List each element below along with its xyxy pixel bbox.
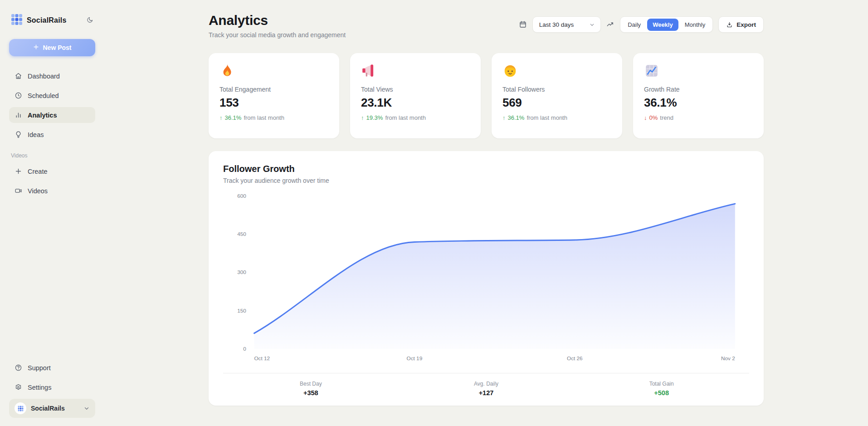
- stat-delta-suffix: from last month: [527, 114, 567, 121]
- stats-grid: Total Engagement 153 ↑ 36.1% from last m…: [209, 53, 764, 138]
- brand-logo-icon: [11, 14, 23, 27]
- stat-label: Total Engagement: [219, 86, 328, 93]
- stat-card-total-engagement: Total Engagement 153 ↑ 36.1% from last m…: [209, 53, 339, 138]
- y-axis-labels: 0150300450600: [237, 193, 246, 352]
- svg-text:450: 450: [237, 231, 246, 237]
- stat-delta-pct: 0%: [649, 114, 658, 121]
- brand: SocialRails: [9, 14, 95, 27]
- page-heading: Analytics Track your social media growth…: [209, 13, 346, 39]
- stat-delta-pct: 36.1%: [508, 114, 525, 121]
- stat-label: Total Views: [361, 86, 470, 93]
- sidebar-item-support[interactable]: Support: [9, 360, 95, 376]
- sidebar-item-scheduled[interactable]: Scheduled: [9, 88, 95, 103]
- person-icon: [502, 72, 518, 80]
- chart-subtitle: Track your audience growth over time: [223, 177, 749, 184]
- help-circle-icon: [15, 364, 22, 372]
- chart-footer-total-gain: Total Gain +508: [574, 381, 749, 397]
- sidebar-item-videos[interactable]: Videos: [9, 183, 95, 199]
- moon-icon: [87, 16, 93, 24]
- video-camera-icon: [15, 187, 22, 195]
- arrow-up-icon: ↑: [219, 114, 223, 121]
- page-title: Analytics: [209, 13, 346, 28]
- chart-footer-best-day: Best Day +358: [223, 381, 399, 397]
- svg-text:150: 150: [237, 308, 246, 313]
- chart-up-icon: [644, 72, 659, 80]
- svg-text:0: 0: [243, 346, 246, 352]
- calendar-icon: [519, 20, 527, 29]
- download-icon: [726, 21, 733, 28]
- clock-icon: [15, 92, 22, 99]
- stat-value: 153: [219, 96, 328, 110]
- sidebar-item-analytics[interactable]: Analytics: [9, 107, 95, 123]
- stat-delta-suffix: trend: [660, 114, 673, 121]
- plus-icon: [15, 167, 22, 175]
- page-subtitle: Track your social media growth and engag…: [209, 31, 346, 39]
- period-monthly-button[interactable]: Monthly: [679, 19, 711, 31]
- gear-icon: [15, 383, 22, 391]
- lightbulb-icon: [15, 131, 22, 138]
- stat-value: 23.1K: [361, 96, 470, 110]
- period-segmented-control: Daily Weekly Monthly: [620, 16, 713, 33]
- plus-icon: [33, 44, 39, 52]
- date-range-dropdown[interactable]: Last 30 days: [532, 16, 601, 33]
- stat-delta-suffix: from last month: [244, 114, 284, 121]
- workspace-logo-icon: [15, 402, 26, 414]
- main-nav: Dashboard Scheduled Analytics Ideas: [9, 68, 95, 142]
- sidebar: SocialRails New Post Dashboard Scheduled: [0, 0, 104, 426]
- fire-icon: [219, 72, 235, 80]
- svg-text:600: 600: [237, 193, 246, 199]
- stat-delta-suffix: from last month: [385, 114, 426, 121]
- x-axis-labels: Oct 12Oct 19Oct 26Nov 2: [254, 355, 735, 361]
- sidebar-item-settings[interactable]: Settings: [9, 379, 95, 395]
- chart-footer-avg-daily: Avg. Daily +127: [399, 381, 574, 397]
- megaphone-icon: [361, 72, 376, 80]
- footer-nav: Support Settings: [9, 360, 95, 395]
- chevron-down-icon: [83, 405, 90, 411]
- new-post-button[interactable]: New Post: [9, 39, 95, 56]
- period-weekly-button[interactable]: Weekly: [647, 19, 678, 31]
- trending-up-icon: [606, 20, 614, 29]
- chart-title: Follower Growth: [223, 164, 749, 174]
- dark-mode-toggle[interactable]: [87, 16, 93, 24]
- stat-value: 36.1%: [644, 96, 753, 110]
- follower-growth-card: Follower Growth Track your audience grow…: [209, 151, 764, 406]
- main-area: Analytics Track your social media growth…: [104, 0, 868, 426]
- stat-card-growth-rate: Growth Rate 36.1% ↓ 0% trend: [633, 53, 764, 138]
- sidebar-item-create[interactable]: Create: [9, 163, 95, 179]
- arrow-up-icon: ↑: [502, 114, 506, 121]
- svg-text:Oct 19: Oct 19: [407, 355, 423, 361]
- follower-growth-chart: 0150300450600 Oct 12Oct 19Oct 26Nov 2: [223, 191, 749, 368]
- sidebar-item-dashboard[interactable]: Dashboard: [9, 68, 95, 84]
- export-button[interactable]: Export: [718, 16, 764, 33]
- bar-chart-icon: [15, 111, 22, 119]
- videos-section-label: Videos: [11, 152, 93, 159]
- stat-card-total-views: Total Views 23.1K ↑ 19.3% from last mont…: [350, 53, 481, 138]
- brand-name: SocialRails: [27, 16, 83, 24]
- chart-footer: Best Day +358 Avg. Daily +127 Total Gain…: [223, 373, 749, 397]
- videos-nav: Create Videos: [9, 163, 95, 199]
- stat-delta-pct: 36.1%: [225, 114, 242, 121]
- period-daily-button[interactable]: Daily: [622, 19, 646, 31]
- stat-card-total-followers: Total Followers 569 ↑ 36.1% from last mo…: [492, 53, 622, 138]
- sidebar-item-ideas[interactable]: Ideas: [9, 127, 95, 142]
- svg-text:300: 300: [237, 269, 246, 275]
- svg-text:Oct 26: Oct 26: [567, 355, 583, 361]
- chart-area-fill: [254, 204, 735, 349]
- chevron-down-icon: [589, 22, 595, 28]
- arrow-up-icon: ↑: [361, 114, 364, 121]
- stat-label: Total Followers: [502, 86, 611, 93]
- stat-delta-pct: 19.3%: [366, 114, 383, 121]
- svg-text:Nov 2: Nov 2: [721, 355, 735, 361]
- stat-label: Growth Rate: [644, 86, 753, 93]
- svg-text:Oct 12: Oct 12: [254, 355, 270, 361]
- arrow-down-icon: ↓: [644, 114, 647, 121]
- stat-value: 569: [502, 96, 611, 110]
- home-icon: [15, 72, 22, 80]
- workspace-switcher[interactable]: SocialRails: [9, 399, 95, 418]
